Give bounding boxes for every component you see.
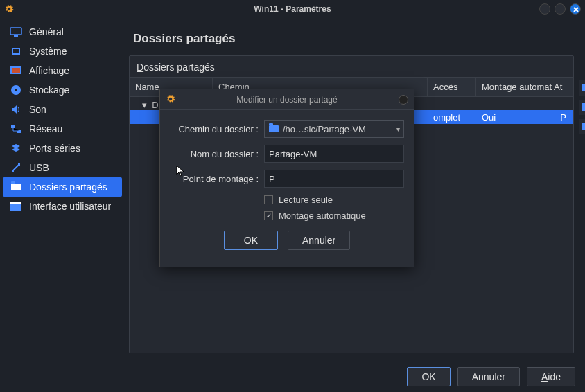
dialog-title: Modifier un dossier partagé [236, 95, 337, 105]
sidebar-item-usb[interactable]: USB [3, 158, 122, 177]
delete-folder-button[interactable] [579, 119, 585, 134]
sidebar-item-ui[interactable]: Interface utilisateur [3, 197, 122, 216]
sidebar-label: Réseau [29, 123, 62, 134]
close-button[interactable] [570, 3, 581, 15]
automount-label: Montage automatique [279, 211, 366, 221]
sidebar-item-display[interactable]: Affichage [3, 61, 122, 80]
svg-rect-0 [10, 28, 21, 35]
sidebar-label: Général [29, 26, 64, 37]
folder-icon [269, 125, 279, 132]
sidebar-item-storage[interactable]: Stockage [3, 80, 122, 100]
dialog-close-button[interactable] [399, 95, 408, 105]
ok-button[interactable]: OK [407, 367, 450, 386]
sidebar-label: Ports séries [29, 143, 80, 154]
disk-icon [10, 85, 22, 95]
col-automount[interactable]: Montage automat At [476, 78, 573, 96]
folder-icon [10, 182, 22, 192]
sidebar-item-serial[interactable]: Ports séries [3, 139, 122, 158]
sidebar-label: Interface utilisateur [29, 201, 111, 212]
help-button[interactable]: Aide [527, 367, 575, 386]
svg-rect-12 [582, 85, 585, 91]
page-title: Dossiers partagés [129, 25, 574, 55]
mount-point-input[interactable] [264, 170, 404, 188]
gear-icon [4, 4, 14, 14]
cell-access: omplet [428, 111, 476, 124]
svg-rect-15 [582, 105, 585, 111]
sidebar-item-network[interactable]: Réseau [3, 119, 122, 139]
titlebar: Win11 - Paramètres [0, 0, 585, 18]
folder-path-select[interactable]: /ho…sic/Partage-VM ▾ [264, 120, 404, 138]
svg-rect-18 [582, 124, 585, 130]
toolstrip [579, 80, 585, 134]
sidebar: Général Système Affichage Stockage Son R… [0, 18, 125, 362]
display-icon [10, 66, 22, 75]
gear-icon [166, 94, 175, 104]
dialog-ok-button[interactable]: OK [224, 231, 278, 250]
readonly-label: Lecture seule [279, 195, 333, 205]
window-title: Win11 - Paramètres [254, 4, 331, 14]
sidebar-label: Affichage [29, 65, 69, 76]
sidebar-label: Son [29, 104, 46, 115]
folder-path-value: /ho…sic/Partage-VM [283, 124, 366, 134]
chip-icon [10, 46, 22, 56]
monitor-icon [10, 27, 22, 37]
minimize-button[interactable] [539, 3, 550, 15]
ui-icon [10, 202, 22, 211]
sidebar-label: Dossiers partagés [29, 181, 107, 193]
speaker-icon [10, 105, 22, 114]
cell-automount: OuiP [476, 111, 573, 124]
sidebar-label: Stockage [29, 84, 69, 96]
folder-name-label: Nom du dossier : [170, 149, 259, 159]
svg-rect-5 [12, 68, 20, 73]
svg-rect-11 [10, 202, 21, 204]
folder-name-input[interactable] [264, 145, 404, 163]
usb-icon [10, 163, 22, 172]
mount-point-label: Point de montage : [170, 174, 259, 184]
sidebar-item-audio[interactable]: Son [3, 100, 122, 119]
sidebar-item-general[interactable]: Général [3, 22, 122, 42]
svg-rect-8 [11, 125, 15, 128]
sidebar-label: Système [29, 46, 67, 57]
maximize-button[interactable] [555, 3, 566, 15]
edit-shared-folder-dialog: Modifier un dossier partagé Chemin du do… [159, 89, 414, 267]
add-folder-button[interactable] [579, 80, 585, 96]
sidebar-item-system[interactable]: Système [3, 42, 122, 61]
edit-folder-button[interactable] [579, 100, 585, 115]
svg-rect-1 [14, 35, 18, 37]
main-footer: OK Annuler Aide [0, 362, 585, 392]
chevron-down-icon[interactable]: ▾ [392, 120, 404, 138]
sidebar-label: USB [29, 162, 49, 173]
checkbox-icon: ✓ [264, 211, 273, 220]
checkbox-icon [264, 195, 273, 204]
network-icon [10, 124, 22, 134]
sidebar-item-shared-folders[interactable]: Dossiers partagés [3, 177, 122, 197]
svg-rect-19 [582, 123, 585, 125]
cancel-button[interactable]: Annuler [457, 367, 520, 386]
window-buttons [539, 3, 581, 15]
automount-checkbox[interactable]: ✓ Montage automatique [264, 211, 404, 221]
svg-point-7 [15, 89, 17, 91]
svg-rect-16 [582, 103, 585, 105]
svg-rect-13 [582, 84, 585, 86]
dialog-cancel-button[interactable]: Annuler [288, 231, 350, 250]
folder-path-label: Chemin du dossier : [170, 124, 259, 134]
serial-icon [10, 143, 22, 153]
panel-title: Dossiers partagés [130, 56, 573, 77]
svg-rect-3 [13, 49, 19, 53]
readonly-checkbox[interactable]: Lecture seule [264, 195, 404, 205]
dialog-titlebar: Modifier un dossier partagé [160, 89, 414, 110]
col-access[interactable]: Accès [428, 78, 476, 96]
